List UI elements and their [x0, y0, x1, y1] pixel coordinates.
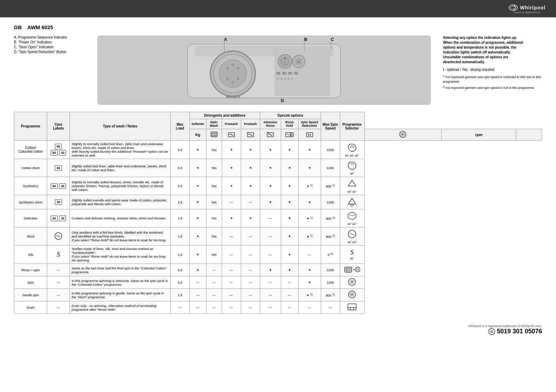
cell-maxspin: 0 2) — [321, 245, 340, 264]
care-label-60s: 60 — [51, 183, 58, 189]
cell-prewash1: ✦ — [222, 177, 241, 195]
cell-selector — [340, 276, 364, 289]
cell-rinse: — — [281, 301, 298, 314]
svg-point-11 — [231, 64, 234, 66]
note-i: i : optional / Yes : dosing required — [443, 67, 542, 72]
cell-spinred: ✦ 1) — [298, 209, 321, 227]
cell-notes: Slightly soiled bed linen, table linen a… — [70, 159, 171, 177]
svg-point-78 — [491, 331, 492, 332]
table-row: Gentle spin — In this programme spinning… — [14, 289, 542, 301]
svg-point-65 — [357, 268, 359, 270]
cell-notes: In this programme spinning is intensive.… — [70, 276, 171, 289]
cell-rinse: — — [281, 276, 298, 289]
label-item-a: A. Programme Sequence Indicator — [14, 35, 90, 39]
cell-maxspin: 1200 — [321, 159, 340, 177]
label-item-d: D. "Spin Speed Reduction" Button — [14, 50, 90, 54]
selector-temp-wool: 30°,20° — [348, 241, 357, 244]
main-content: GB AWM 6025 A. Programme Sequence Indica… — [0, 17, 556, 321]
cell-softener: ✦ — [190, 227, 206, 245]
cell-mainwash: Yes — [206, 227, 222, 245]
spinreduction-icon — [399, 131, 407, 138]
cell-mainwash: — — [206, 301, 222, 314]
page-wrapper: Whirlpool Home & Appliances GB AWM 6025 … — [0, 0, 556, 392]
selector-temp-cotton-short: 30° — [350, 172, 354, 175]
cell-care: — — [47, 264, 70, 276]
svg-text:Whirlpool: Whirlpool — [226, 95, 240, 99]
svg-point-68 — [351, 281, 353, 283]
labels-column: A. Programme Sequence Indicator B. "Powe… — [14, 35, 90, 105]
table-row: Cotton short 30 Slightly soiled bed line… — [14, 159, 542, 177]
cell-mainwash: Yes — [206, 159, 222, 177]
col-selector-empty — [516, 129, 542, 141]
cell-notes: Slightly to normally soiled blouses, shi… — [70, 177, 171, 195]
svg-rect-46 — [306, 133, 313, 137]
icon-softener — [206, 129, 222, 141]
svg-point-7 — [226, 67, 229, 70]
cell-mainwash: — — [206, 276, 222, 289]
table-row: Spin — In this programme spinning is int… — [14, 276, 542, 289]
care-label-40d: 40 — [51, 216, 58, 221]
footer-barcode: 5019 301 05076 — [488, 328, 542, 335]
cell-prewash1: — — [222, 301, 241, 314]
cell-selector: 30° — [340, 159, 364, 177]
footer: Whirlpool is a registered trademark of W… — [0, 321, 556, 339]
cell-softener: ✦ — [190, 264, 206, 276]
cell-mainwash: Yes — [206, 245, 222, 264]
care-label-30d: 30 — [59, 216, 66, 221]
cell-spinred: ✦ — [298, 276, 321, 289]
prewash2-icon — [267, 131, 274, 138]
unit-rpm: rpm — [442, 129, 516, 141]
care-label-40: 40 — [59, 150, 66, 156]
cell-prewash1: — — [222, 276, 241, 289]
icon-rinse-hold — [298, 129, 321, 141]
table-row: Delicates 40 30 Curtains and delicate cl… — [14, 209, 542, 227]
col-group-special: Special options — [260, 112, 321, 119]
cell-intensive: — — [260, 301, 281, 314]
cell-prewash2: ✦ — [241, 159, 260, 177]
cell-load: 1.5 — [171, 209, 190, 227]
mainwash-icon — [228, 131, 235, 138]
care-label-40s: 40 — [59, 183, 66, 189]
cell-care: — — [47, 301, 70, 314]
cell-load: 5.0 — [171, 159, 190, 177]
cell-intensive: ✦ — [260, 159, 281, 177]
programme-table: Programme Care Labels Type of wash / Not… — [14, 112, 542, 314]
svg-point-28 — [291, 78, 293, 80]
softener-icon — [210, 131, 218, 138]
cell-notes: Curtains and delicate clothing, dresses … — [70, 209, 171, 227]
cell-intensive: — — [260, 276, 281, 289]
selector-icon-synthetics — [346, 178, 358, 189]
col-header-care: Care Labels — [47, 112, 70, 141]
cell-spinred: ✦ — [298, 264, 321, 276]
cell-load: 1.5 — [171, 289, 190, 301]
col-header-softener: Softener — [190, 119, 206, 129]
table-body: Cotton/Coloured cotton 95 60 40 Slightly… — [14, 141, 542, 314]
cell-prewash1: ✦ — [222, 159, 241, 177]
icon-prewash2 — [260, 129, 281, 141]
cell-prewash2: — — [241, 227, 260, 245]
cell-prewash2: — — [241, 276, 260, 289]
intensive-icon — [285, 131, 294, 138]
col-group-detergents: Detergents and additives — [190, 112, 260, 119]
cell-prewash1: — — [222, 264, 241, 276]
cell-notes: Slightly soiled overalls and sports wear… — [70, 195, 171, 209]
icon-spin-reduction — [364, 129, 442, 141]
cell-softener: — — [190, 276, 206, 289]
cell-load: 5.0 — [171, 276, 190, 289]
cell-programme: Synthetics short — [14, 195, 47, 209]
cell-programme: Rinse + spin — [14, 264, 47, 276]
table-header-groups: Programme Care Labels Type of wash / Not… — [14, 112, 542, 119]
svg-marker-53 — [348, 198, 356, 204]
cell-load: 1.0 — [171, 245, 190, 264]
col-header-intensive: Intensive Rinse — [260, 119, 281, 129]
cell-softener: ✦ — [190, 177, 206, 195]
table-row: Drain — Drain only - no spinning. Altern… — [14, 301, 542, 314]
cell-programme: Spin — [14, 276, 47, 289]
note-2: 2 For improved garment care spin speed i… — [443, 85, 542, 90]
cell-spinred: ✦ — [298, 141, 321, 159]
diagram-label-a: A — [224, 37, 227, 42]
label-item-b: B. "Power On" Indication — [14, 40, 90, 44]
col-header-selector: Programme Selector — [340, 112, 364, 141]
whirlpool-logo: Whirlpool Home & Appliances — [508, 4, 546, 14]
cell-prewash2: — — [241, 301, 260, 314]
